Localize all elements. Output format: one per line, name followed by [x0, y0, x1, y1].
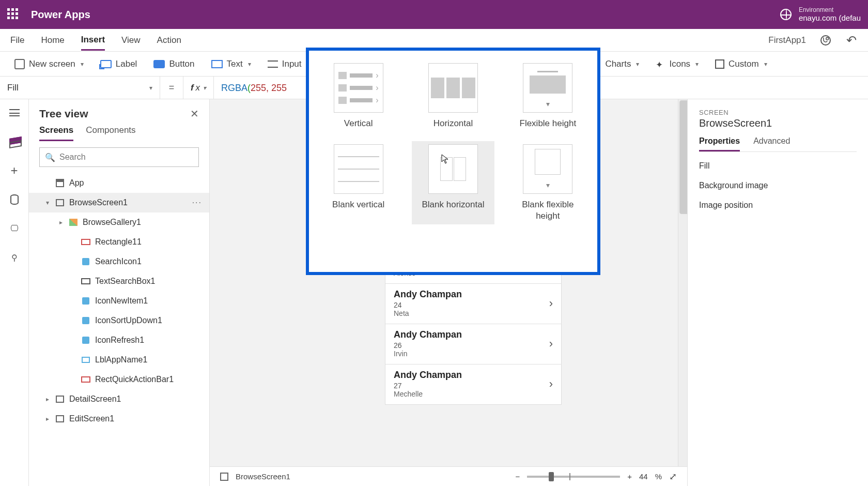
gallery-opt-flexible[interactable]: ▾ Flexible height	[507, 60, 589, 132]
hamburger-icon	[9, 109, 20, 116]
property-selector[interactable]: Fill ▾	[0, 77, 160, 99]
menu-action[interactable]: Action	[157, 35, 181, 45]
tree-tab-components[interactable]: Components	[86, 125, 135, 141]
prop-bgimage[interactable]: Background image	[699, 181, 857, 190]
tree-item-icon	[55, 414, 65, 423]
tree-item-label: BrowseGallery1	[83, 218, 141, 227]
ribbon-new-screen[interactable]: New screen▾	[11, 57, 87, 71]
chevron-down-icon: ▾	[81, 60, 84, 68]
props-name: BrowseScreen1	[699, 117, 857, 129]
gallery-opt-horizontal[interactable]: Horizontal	[412, 60, 494, 132]
tree-row-isd[interactable]: IconSortUpDown1	[29, 311, 209, 330]
prop-fill[interactable]: Fill	[699, 161, 857, 171]
props-tab-advanced[interactable]: Advanced	[753, 136, 790, 151]
tree-item-label: LblAppName1	[95, 355, 147, 364]
menu-home[interactable]: Home	[41, 35, 64, 45]
zoom-in[interactable]: +	[627, 472, 632, 481]
file-name[interactable]: FirstApp1	[768, 35, 806, 45]
tree-item-label: App	[69, 178, 84, 188]
more-icon[interactable]: ···	[192, 198, 202, 207]
list-item[interactable]: Andy Champan27Mechelle›	[385, 364, 561, 404]
gallery-opt-vertical[interactable]: › › › Vertical	[317, 60, 399, 132]
tree-search[interactable]: 🔍	[39, 147, 199, 167]
env-value: enayu.com (defau	[799, 13, 861, 23]
list-item[interactable]: Andy Champan26Irvin›	[385, 324, 561, 364]
rail-hamburger[interactable]	[8, 107, 21, 119]
gallery-opt-blank-flexible[interactable]: ▾ Blank flexible height	[507, 141, 589, 224]
scrollbar-thumb[interactable]	[679, 100, 687, 214]
item-name: Andy Champan	[394, 289, 549, 300]
layers-icon	[9, 138, 20, 146]
undo-icon[interactable]: ↶	[845, 34, 858, 47]
custom-icon	[715, 59, 724, 69]
tree-row-tsb[interactable]: TextSearchBox1	[29, 271, 209, 291]
menu-insert[interactable]: Insert	[81, 35, 105, 51]
chevron-right-icon: ›	[549, 377, 553, 391]
tree-item-icon	[55, 198, 65, 207]
zoom-out[interactable]: −	[515, 472, 520, 481]
tree-row-ini[interactable]: IconNewItem1	[29, 291, 209, 311]
screen-icon	[14, 59, 25, 69]
button-icon	[153, 60, 165, 68]
rail-add[interactable]: +	[8, 164, 21, 177]
ribbon-custom[interactable]: Custom▾	[712, 57, 770, 71]
icons-icon: ✦	[656, 59, 665, 69]
fullscreen-icon[interactable]: ⤢	[669, 471, 677, 482]
health-icon[interactable]	[819, 34, 832, 47]
twist-icon[interactable]: ▾	[44, 199, 51, 206]
ribbon-label[interactable]: Label	[97, 57, 141, 71]
tree-row-bg1[interactable]: ▸BrowseGallery1	[29, 212, 209, 232]
prop-imagepos[interactable]: Image position	[699, 201, 857, 210]
tree-search-input[interactable]	[59, 153, 193, 162]
tree-row-si1[interactable]: SearchIcon1	[29, 252, 209, 271]
search-icon: 🔍	[45, 153, 55, 162]
fx-button[interactable]: fx▾	[183, 77, 214, 99]
tree-row-ir1[interactable]: IconRefresh1	[29, 330, 209, 350]
equals-sign: =	[160, 82, 183, 93]
gallery-opt-blank-horizontal[interactable]: Blank horizontal	[412, 141, 494, 224]
tree-item-icon	[81, 355, 91, 364]
rail-media[interactable]: 🖵	[8, 222, 21, 235]
ribbon-text[interactable]: Text▾	[208, 57, 254, 71]
list-item[interactable]: Andy Champan24Neta›	[385, 283, 561, 324]
tree-row-es1[interactable]: ▸EditScreen1	[29, 409, 209, 429]
phone-preview[interactable]: 21Alonso›Andy Champan24Neta›Andy Champan…	[385, 254, 561, 404]
tree-row-ds1[interactable]: ▸DetailScreen1	[29, 389, 209, 409]
twist-icon[interactable]: ▸	[58, 219, 64, 226]
tree-item-label: IconNewItem1	[95, 296, 148, 306]
item-sub1: 24	[394, 301, 549, 309]
chevron-down-icon: ▾	[149, 84, 152, 92]
gallery-opt-blank-vertical[interactable]: Blank vertical	[317, 141, 399, 224]
menu-view[interactable]: View	[121, 35, 141, 45]
props-tab-properties[interactable]: Properties	[699, 136, 740, 151]
props-kind: SCREEN	[699, 109, 857, 116]
tree-row-app[interactable]: App	[29, 173, 209, 193]
zoom-slider[interactable]	[527, 476, 620, 478]
environment-picker[interactable]: Environment enayu.com (defau	[799, 6, 861, 23]
menu-file[interactable]: File	[10, 35, 24, 45]
tree-item-label: TextSearchBox1	[95, 277, 156, 286]
rail-tree[interactable]	[8, 135, 21, 148]
tree-row-rqa[interactable]: RectQuickActionBar1	[29, 370, 209, 389]
tree-row-r11[interactable]: Rectangle11	[29, 232, 209, 252]
label-icon	[100, 60, 112, 68]
plus-icon: +	[10, 163, 18, 178]
rail-data[interactable]	[8, 193, 21, 206]
tree-tab-screens[interactable]: Screens	[39, 125, 73, 141]
chevron-down-icon: ▾	[764, 60, 767, 68]
selection-checkbox[interactable]	[220, 473, 228, 481]
tree-row-lan[interactable]: LblAppName1	[29, 350, 209, 370]
twist-icon[interactable]: ▸	[44, 396, 51, 403]
tree-item-label: IconSortUpDown1	[95, 316, 162, 325]
zoom-knob[interactable]	[549, 472, 554, 481]
tree-item-label: IconRefresh1	[95, 336, 144, 345]
canvas-scrollbar[interactable]	[678, 99, 687, 486]
waffle-icon[interactable]	[7, 8, 20, 21]
close-icon[interactable]: ✕	[190, 108, 199, 120]
ribbon-icons[interactable]: ✦Icons▾	[653, 57, 702, 71]
tree-row-bs1[interactable]: ▾BrowseScreen1···	[29, 193, 209, 212]
ribbon-button[interactable]: Button	[150, 57, 197, 71]
twist-icon[interactable]: ▸	[44, 415, 51, 422]
rail-tools[interactable]: ⚲	[8, 251, 21, 264]
tree-item-icon	[81, 277, 91, 286]
